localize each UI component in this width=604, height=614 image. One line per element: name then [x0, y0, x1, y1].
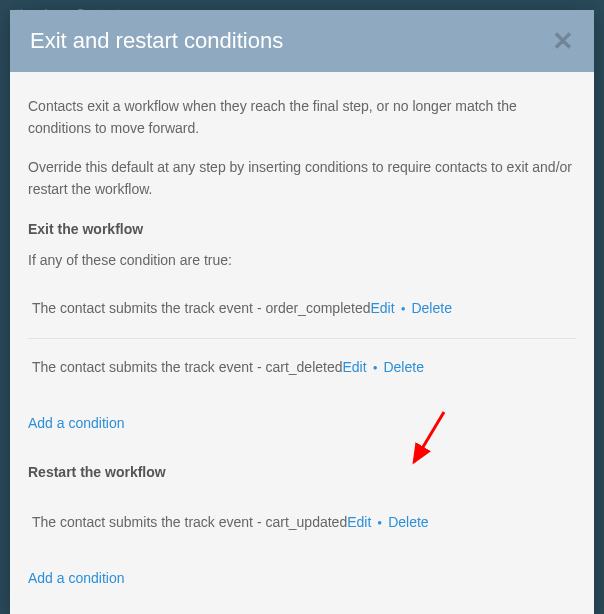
restart-section-title: Restart the workflow — [28, 462, 576, 484]
svg-line-0 — [414, 412, 444, 462]
modal-dialog: Exit and restart conditions ✕ Contacts e… — [10, 10, 594, 614]
add-exit-condition-link[interactable]: Add a condition — [28, 413, 125, 435]
condition-text: The contact submits the track event - ca… — [32, 512, 347, 534]
edit-link[interactable]: Edit — [343, 357, 367, 379]
condition-row: The contact submits the track event - ca… — [28, 339, 576, 397]
restart-conditions-list: The contact submits the track event - ca… — [28, 494, 576, 552]
close-icon[interactable]: ✕ — [552, 28, 574, 54]
delete-link[interactable]: Delete — [411, 298, 451, 320]
intro-text-1: Contacts exit a workflow when they reach… — [28, 96, 576, 139]
add-restart-condition-link[interactable]: Add a condition — [28, 568, 125, 590]
modal-header: Exit and restart conditions ✕ — [10, 10, 594, 72]
separator-dot-icon: ● — [367, 362, 384, 374]
exit-section-title: Exit the workflow — [28, 219, 576, 241]
modal-title: Exit and restart conditions — [30, 28, 283, 54]
modal-body: Contacts exit a workflow when they reach… — [10, 72, 594, 609]
condition-row: The contact submits the track event - ca… — [28, 494, 576, 552]
edit-link[interactable]: Edit — [371, 298, 395, 320]
condition-text: The contact submits the track event - ca… — [32, 357, 343, 379]
delete-link[interactable]: Delete — [388, 512, 428, 534]
exit-section-subtitle: If any of these condition are true: — [28, 250, 576, 272]
condition-text: The contact submits the track event - or… — [32, 298, 371, 320]
condition-row: The contact submits the track event - or… — [28, 280, 576, 339]
separator-dot-icon: ● — [395, 303, 412, 315]
edit-link[interactable]: Edit — [347, 512, 371, 534]
separator-dot-icon: ● — [371, 517, 388, 529]
exit-conditions-list: The contact submits the track event - or… — [28, 280, 576, 396]
intro-text-2: Override this default at any step by ins… — [28, 157, 576, 200]
delete-link[interactable]: Delete — [383, 357, 423, 379]
